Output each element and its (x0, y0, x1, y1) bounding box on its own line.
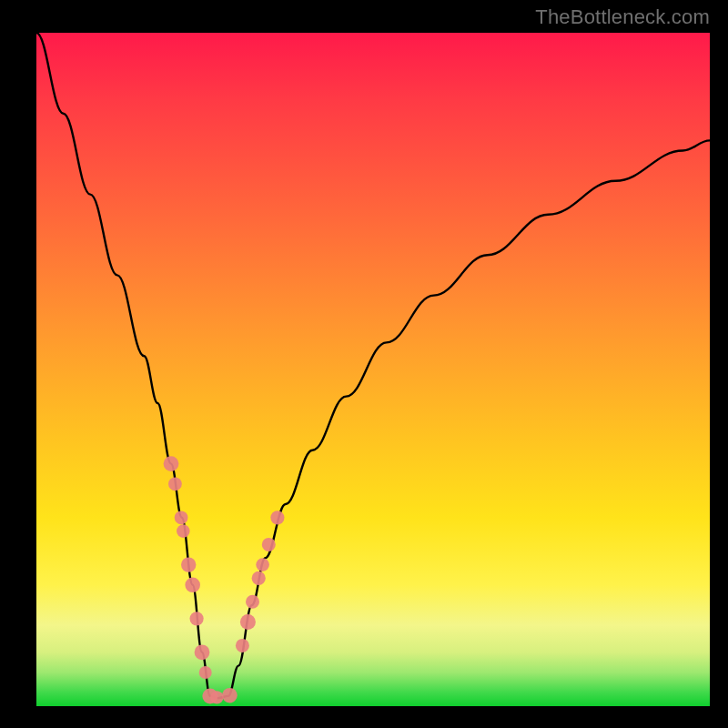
plot-area (36, 33, 710, 706)
curve-marker (185, 578, 200, 593)
chart-frame: TheBottleneck.com (0, 0, 728, 728)
curve-marker (210, 691, 223, 703)
curve-marker (252, 571, 266, 585)
curve-marker (246, 595, 259, 609)
curve-layer (36, 33, 710, 706)
marker-group (164, 456, 285, 703)
curve-marker (199, 666, 212, 679)
curve-marker (240, 614, 256, 630)
curve-marker (168, 477, 182, 490)
watermark-text: TheBottleneck.com (535, 5, 710, 29)
curve-marker (195, 644, 210, 660)
curve-marker (270, 511, 284, 524)
curve-marker (177, 524, 190, 538)
curve-marker (164, 456, 179, 471)
curve-marker (262, 538, 276, 551)
bottleneck-curve-path (36, 33, 710, 698)
curve-marker (181, 557, 196, 571)
curve-marker (256, 558, 269, 571)
curve-marker (236, 639, 249, 652)
curve-marker (175, 511, 188, 524)
curve-marker (190, 612, 204, 625)
curve-marker (222, 688, 238, 703)
